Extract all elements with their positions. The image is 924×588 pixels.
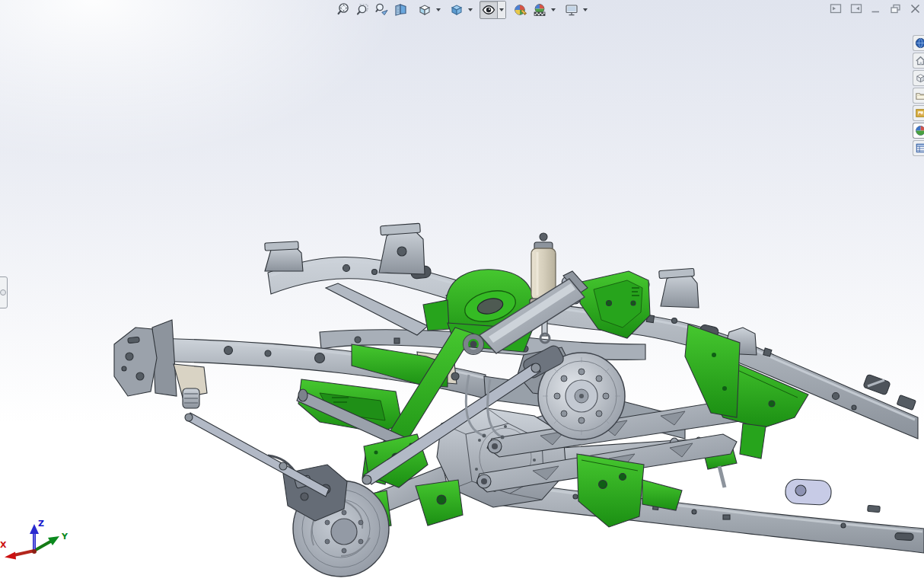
view-palette-icon (915, 107, 924, 119)
appearances-sphere-icon (915, 125, 924, 136)
chevron-down-icon (499, 8, 504, 11)
task-pane-tab-appearances-scenes[interactable] (913, 123, 924, 139)
close-icon (910, 3, 921, 14)
display-style-dropdown[interactable] (467, 2, 474, 18)
restore-icon (889, 3, 902, 14)
minimize-button[interactable] (868, 2, 883, 14)
triad-z-label: Z (38, 519, 44, 529)
view-orientation-dropdown[interactable] (435, 2, 442, 18)
collapsed-panel-tab[interactable] (0, 276, 8, 308)
zoom-to-fit-button[interactable] (335, 1, 353, 19)
task-pane-tab-design-library[interactable] (913, 70, 924, 86)
task-pane-tab-web-resources[interactable] (913, 35, 924, 51)
view-settings-dropdown[interactable] (581, 2, 589, 18)
view-orientation-cube-icon (417, 2, 432, 18)
zoom-to-fit-icon (336, 2, 352, 18)
chassis-model[interactable] (0, 0, 924, 588)
task-pane-tab-custom-properties[interactable] (913, 140, 924, 156)
library-box-icon (915, 72, 924, 84)
restore-button[interactable] (888, 2, 903, 14)
heads-up-view-toolbar (335, 1, 589, 19)
close-button[interactable] (908, 2, 922, 14)
task-pane-tab-file-explorer[interactable] (913, 88, 924, 104)
chevron-down-icon (583, 8, 588, 11)
previous-view-button[interactable] (373, 1, 391, 19)
task-pane-tab-resources-home[interactable] (913, 53, 924, 69)
zoom-to-area-button[interactable] (354, 1, 372, 19)
minimize-icon (870, 3, 881, 14)
triad-x-axis: X (0, 540, 34, 560)
hide-show-items-dropdown[interactable] (497, 2, 505, 18)
properties-table-icon (915, 142, 924, 154)
triad-origin (32, 549, 37, 554)
display-style-button[interactable] (448, 1, 466, 19)
folder-icon (915, 90, 924, 101)
zoom-to-area-icon (355, 2, 371, 18)
chevron-down-icon (436, 8, 441, 11)
monitor-icon (564, 2, 579, 18)
display-style-cube-icon (449, 2, 464, 18)
graphics-area[interactable] (0, 0, 924, 588)
appearance-sphere-pencil-icon (513, 2, 528, 18)
section-view-icon (393, 2, 409, 18)
chevron-down-icon (468, 8, 473, 11)
scene-sphere-icon (532, 2, 547, 18)
edit-appearance-button[interactable] (511, 1, 530, 19)
triad-x-label: X (0, 540, 7, 550)
task-pane-tab-view-palette[interactable] (913, 105, 924, 121)
collapse-pane-left-icon (830, 3, 843, 14)
window-controls (829, 2, 922, 14)
section-view-button[interactable] (392, 1, 410, 19)
collapse-pane-right-icon (849, 3, 862, 14)
view-orientation-button[interactable] (416, 1, 434, 19)
chevron-down-icon (551, 8, 556, 11)
apply-scene-dropdown[interactable] (550, 2, 557, 18)
view-settings-button[interactable] (562, 1, 581, 19)
previous-view-icon (374, 2, 390, 18)
eye-icon (481, 2, 496, 18)
hide-show-items-button[interactable] (480, 2, 497, 18)
application-window: { "heads_up_toolbar": { "buttons": [ {"i… (0, 0, 924, 588)
hide-show-items-group (480, 1, 506, 19)
collapse-pane-right-button[interactable] (849, 2, 863, 14)
home-icon (915, 55, 924, 66)
orientation-triad[interactable]: X Y Z (0, 518, 76, 588)
flyout-circle-icon (0, 289, 6, 296)
triad-y-label: Y (61, 532, 69, 542)
globe-icon (915, 37, 924, 49)
collapse-pane-left-button[interactable] (829, 2, 843, 14)
triad-y-axis: Y (34, 532, 69, 551)
task-pane-tab-strip (913, 35, 924, 158)
apply-scene-button[interactable] (531, 1, 549, 19)
